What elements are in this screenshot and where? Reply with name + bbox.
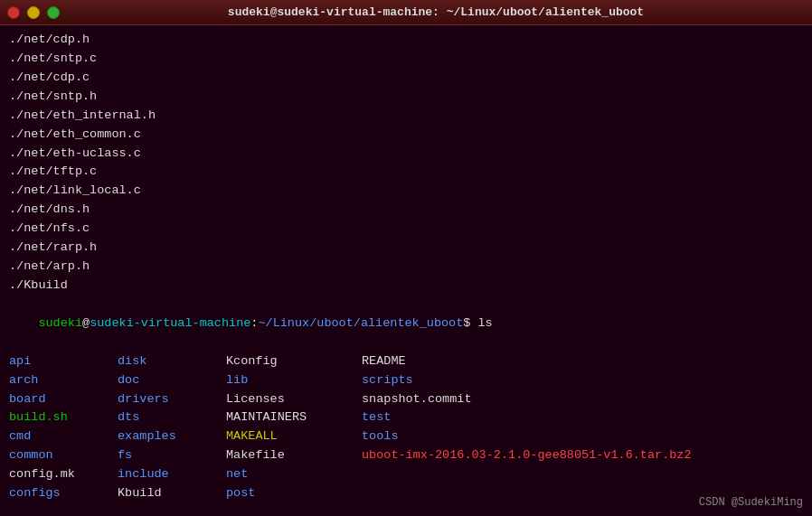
output-line: ./net/eth-uclass.c: [9, 145, 803, 164]
ls-item: arch: [9, 371, 118, 390]
ls-item: scripts: [362, 371, 803, 390]
ls-item: drivers: [118, 390, 226, 409]
output-line: ./net/nfs.c: [9, 220, 803, 239]
ls-item: lib: [226, 371, 362, 390]
output-line: ./net/cdp.h: [9, 31, 803, 50]
ls-item: uboot-imx-2016.03-2.1.0-gee88051-v1.6.ta…: [362, 446, 803, 465]
output-line: ./net/tftp.c: [9, 163, 803, 182]
output-line: ./Kbuild: [9, 277, 803, 296]
ls-item: Kbuild: [118, 484, 226, 503]
minimize-button[interactable]: [27, 6, 40, 19]
ls-item: examples: [118, 427, 226, 446]
output-line: ./net/eth_internal.h: [9, 107, 803, 126]
ls-item: config.mk: [9, 465, 118, 484]
ls-item: Makefile: [226, 446, 362, 465]
ls-item: cmd: [9, 427, 118, 446]
ls-item: MAINTAINERS: [226, 408, 362, 427]
ls-item: post: [226, 484, 362, 503]
output-line: ./net/arp.h: [9, 258, 803, 277]
ls-item: include: [118, 465, 226, 484]
watermark: CSDN @SudekiMing: [699, 496, 803, 509]
ls-item: test: [362, 408, 803, 427]
ls-item: api: [9, 352, 118, 371]
ls-item: doc: [118, 371, 226, 390]
prompt-path: ~/Linux/uboot/alientek_uboot: [258, 316, 463, 330]
output-line: ./net/cdp.c: [9, 69, 803, 88]
window-title: sudeki@sudeki-virtual-machine: ~/Linux/u…: [67, 5, 805, 19]
ls-item: Licenses: [226, 390, 362, 409]
ls-item: README: [362, 352, 803, 371]
ls-item: snapshot.commit: [362, 390, 803, 409]
output-line: ./net/eth_common.c: [9, 126, 803, 145]
output-line: ./net/sntp.c: [9, 50, 803, 69]
ls-item: build.sh: [9, 408, 118, 427]
ls-item: Kconfig: [226, 352, 362, 371]
ls-item: tools: [362, 427, 803, 446]
ls-item: MAKEALL: [226, 427, 362, 446]
ls-item: common: [9, 446, 118, 465]
ls-item: configs: [9, 484, 118, 503]
ls-item: [362, 465, 803, 484]
ls-item: net: [226, 465, 362, 484]
title-bar: sudeki@sudeki-virtual-machine: ~/Linux/u…: [0, 0, 812, 25]
close-button[interactable]: [7, 6, 20, 19]
ls-item: disk: [118, 352, 226, 371]
prompt-hostname: sudeki-virtual-machine: [90, 316, 250, 330]
ls-row: api arch board build.sh cmd common confi…: [9, 352, 803, 503]
maximize-button[interactable]: [47, 6, 60, 19]
prompt-username: sudeki: [38, 316, 82, 330]
ls-item: board: [9, 390, 118, 409]
final-prompt-line: sudeki@sudeki-virtual-machine:~/Linux/ub…: [9, 503, 803, 516]
ls-item: dts: [118, 408, 226, 427]
ls-output: api arch board build.sh cmd common confi…: [9, 352, 803, 503]
output-line: ./net/dns.h: [9, 201, 803, 220]
prompt-line: sudeki@sudeki-virtual-machine:~/Linux/ub…: [9, 296, 803, 352]
output-line: ./net/rarp.h: [9, 239, 803, 258]
terminal: ./net/cdp.h ./net/sntp.c ./net/cdp.c ./n…: [0, 25, 812, 516]
ls-item: fs: [118, 446, 226, 465]
output-line: ./net/sntp.h: [9, 88, 803, 107]
output-line: ./net/link_local.c: [9, 182, 803, 201]
